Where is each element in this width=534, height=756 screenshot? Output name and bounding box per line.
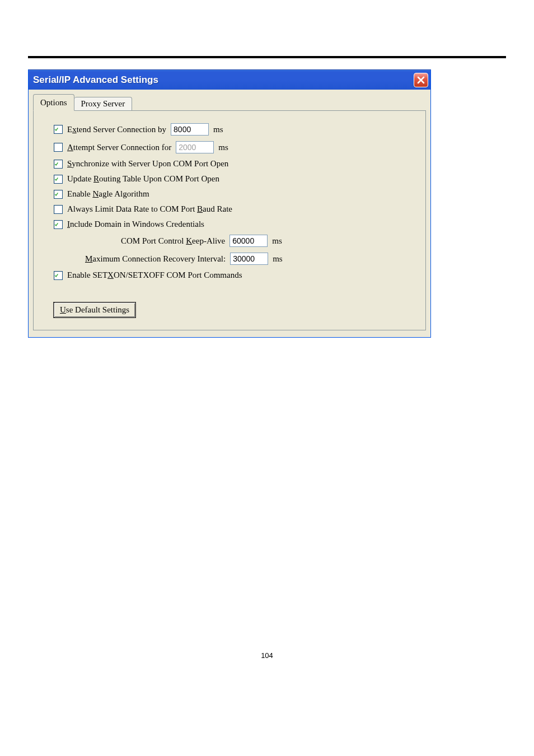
check-icon [54,176,59,183]
row-update-routing: Update Routing Table Upon COM Port Open [54,174,415,184]
label-keep-alive: COM Port Control Keep-Alive [121,236,225,246]
label-recovery-interval: Maximum Connection Recovery Interval: [85,254,226,264]
close-icon [417,76,425,84]
client-area: Options Proxy Server Extend Server Conne… [29,90,430,337]
unit-ms: ms [273,254,283,264]
page-number: 104 [0,651,534,660]
checkbox-setxon[interactable] [54,271,63,280]
checkbox-include-domain[interactable] [54,220,63,229]
row-recovery-interval: Maximum Connection Recovery Interval: ms [54,253,415,265]
label-synchronize: Synchronize with Server Upon COM Port Op… [67,159,228,169]
label-limit-baud: Always Limit Data Rate to COM Port Baud … [67,204,232,214]
titlebar[interactable]: Serial/IP Advanced Settings [29,69,430,90]
checkbox-limit-baud[interactable] [54,205,63,214]
label-include-domain: Include Domain in Windows Credentials [67,220,204,229]
checkbox-extend-connection[interactable] [54,125,63,134]
close-button[interactable] [414,73,428,87]
tab-panel-options: Extend Server Connection by ms Attempt S… [33,110,426,330]
use-default-settings-button[interactable]: Use Default Settings [54,302,135,318]
row-keep-alive: COM Port Control Keep-Alive ms [54,235,415,247]
row-nagle: Enable Nagle Algorithm [54,189,415,199]
checkbox-nagle[interactable] [54,190,63,199]
row-limit-baud: Always Limit Data Rate to COM Port Baud … [54,204,415,214]
horizontal-rule [28,56,506,58]
dialog-window: Serial/IP Advanced Settings Options Prox… [28,69,431,338]
row-setxon: Enable SETXON/SETXOFF COM Port Commands [54,270,415,280]
input-extend-ms[interactable] [171,123,209,136]
unit-ms: ms [213,125,223,134]
check-icon [54,191,59,198]
row-attempt-connection: Attempt Server Connection for ms [54,141,415,153]
window-title: Serial/IP Advanced Settings [33,74,158,86]
tab-label: Options [40,98,67,107]
check-icon [54,161,59,167]
input-attempt-ms [176,141,214,153]
unit-ms: ms [272,236,282,246]
row-synchronize: Synchronize with Server Upon COM Port Op… [54,159,415,169]
row-include-domain: Include Domain in Windows Credentials [54,220,415,229]
checkbox-attempt-connection[interactable] [54,143,63,152]
check-icon [54,126,59,133]
label-nagle: Enable Nagle Algorithm [67,189,149,199]
unit-ms: ms [218,143,228,152]
check-icon [54,272,59,279]
checkbox-synchronize[interactable] [54,160,63,169]
label-update-routing: Update Routing Table Upon COM Port Open [67,174,219,184]
tab-label: Proxy Server [81,99,125,108]
tab-options[interactable]: Options [33,94,74,111]
input-recovery-ms[interactable] [230,253,268,265]
label-attempt-connection: Attempt Server Connection for [67,143,171,152]
row-extend-connection: Extend Server Connection by ms [54,123,415,136]
tab-proxy-server[interactable]: Proxy Server [74,97,133,110]
label-setxon: Enable SETXON/SETXOFF COM Port Commands [67,270,242,280]
label-extend-connection: Extend Server Connection by [67,125,166,134]
checkbox-update-routing[interactable] [54,175,63,184]
tabstrip: Options Proxy Server [33,94,426,110]
input-keep-alive-ms[interactable] [229,235,268,247]
check-icon [54,221,59,228]
